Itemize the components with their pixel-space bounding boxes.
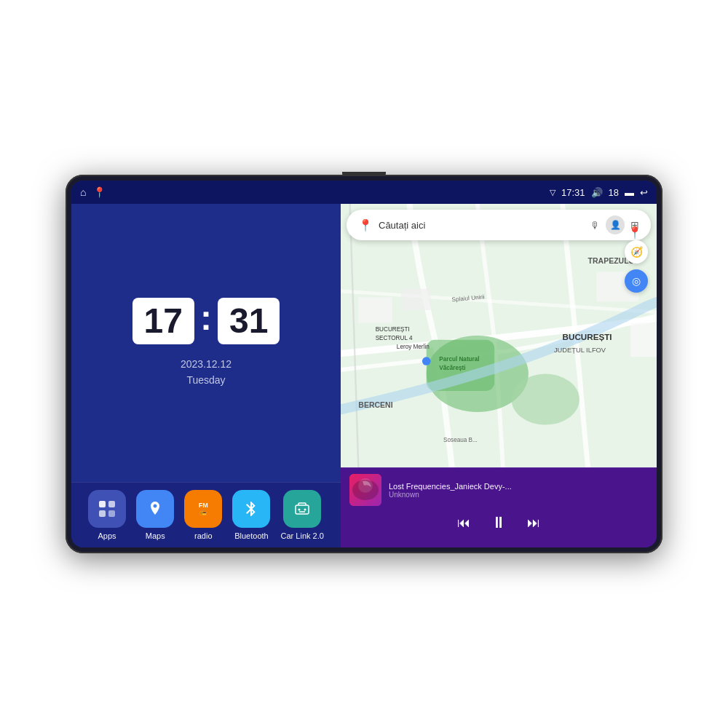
clock-area: 17 : 31 2023.12.12 Tuesday	[71, 204, 341, 482]
main-content: 17 : 31 2023.12.12 Tuesday	[71, 204, 657, 547]
app-label-maps: Maps	[146, 531, 165, 540]
car-display-device: ⌂ 📍 ▽ 17:31 🔊 18 ▬ ↩ 17	[66, 175, 662, 553]
gps-icon: ▽	[550, 188, 555, 197]
music-next-button[interactable]: ⏭	[527, 515, 540, 531]
app-item-bluetooth[interactable]: Bluetooth	[232, 490, 270, 540]
battery-icon: ▬	[625, 187, 634, 198]
app-icon-carlink	[283, 490, 321, 528]
svg-text:Parcul Natural: Parcul Natural	[439, 356, 479, 363]
mic-icon[interactable]: 🎙	[590, 220, 600, 231]
music-thumbnail	[349, 474, 381, 506]
right-panel: TRAPEZULUI BUCUREȘTI JUDEȚUL ILFOV BERCE…	[341, 204, 657, 547]
left-panel: 17 : 31 2023.12.12 Tuesday	[71, 204, 341, 547]
music-prev-button[interactable]: ⏮	[457, 515, 470, 531]
music-play-pause-button[interactable]: ⏸	[491, 513, 507, 532]
clock-day: Tuesday	[181, 372, 232, 388]
app-item-radio[interactable]: FM 📻 radio	[184, 490, 222, 540]
svg-rect-14	[630, 323, 657, 357]
map-search-text[interactable]: Căutați aici	[379, 220, 585, 231]
svg-point-27	[422, 357, 431, 365]
music-player: Lost Frequencies_Janieck Devy-... Unknow…	[341, 467, 657, 547]
svg-text:Văcărești: Văcărești	[439, 365, 465, 371]
svg-rect-2	[99, 510, 106, 517]
map-search-bar[interactable]: 📍 Căutați aici 🎙 👤 ⊞	[347, 210, 651, 240]
music-text: Lost Frequencies_Janieck Devy-... Unknow…	[389, 482, 648, 499]
svg-text:BUCUREȘTI: BUCUREȘTI	[563, 332, 612, 341]
volume-icon: 🔊	[591, 187, 603, 198]
svg-rect-12	[401, 289, 431, 310]
battery-level: 18	[609, 187, 619, 198]
map-background: TRAPEZULUI BUCUREȘTI JUDEȚUL ILFOV BERCE…	[341, 204, 657, 467]
svg-rect-4	[296, 505, 309, 514]
music-controls: ⏮ ⏸ ⏭	[349, 513, 648, 532]
svg-text:SECTORUL 4: SECTORUL 4	[376, 335, 413, 341]
app-icon-apps	[88, 490, 126, 528]
clock-date-value: 2023.12.12	[181, 356, 232, 372]
location-pin-icon[interactable]: 📍	[93, 186, 106, 198]
clock-hours: 17	[144, 301, 183, 340]
svg-text:BUCUREȘTI: BUCUREȘTI	[376, 326, 410, 333]
home-icon[interactable]: ⌂	[80, 186, 86, 198]
svg-point-6	[304, 509, 306, 511]
clock-colon: :	[200, 301, 212, 336]
status-right-info: ▽ 17:31 🔊 18 ▬ ↩	[550, 187, 648, 198]
music-artist: Unknown	[389, 491, 648, 499]
clock-minutes-block: 31	[218, 298, 280, 344]
svg-rect-11	[358, 297, 392, 323]
status-time: 17:31	[561, 187, 585, 198]
svg-rect-3	[108, 510, 115, 517]
status-left-icons: ⌂ 📍	[80, 186, 106, 198]
clock-minutes: 31	[229, 301, 268, 340]
music-title: Lost Frequencies_Janieck Devy-...	[389, 482, 648, 491]
app-item-carlink[interactable]: Car Link 2.0	[281, 490, 324, 540]
device-screen: ⌂ 📍 ▽ 17:31 🔊 18 ▬ ↩ 17	[71, 181, 657, 547]
map-red-marker: 📍	[628, 226, 642, 240]
music-info: Lost Frequencies_Janieck Devy-... Unknow…	[349, 474, 648, 506]
back-icon[interactable]: ↩	[640, 187, 648, 198]
app-label-radio: radio	[194, 531, 212, 540]
app-icon-bluetooth	[232, 490, 270, 528]
clock-display: 17 : 31	[132, 298, 280, 344]
svg-point-9	[512, 374, 579, 425]
map-logo-icon: 📍	[358, 218, 373, 232]
app-icon-maps	[136, 490, 174, 528]
svg-rect-1	[108, 501, 115, 507]
svg-text:BERCENI: BERCENI	[358, 400, 392, 409]
app-icon-radio: FM 📻	[184, 490, 222, 528]
device-camera	[342, 172, 386, 176]
status-bar: ⌂ 📍 ▽ 17:31 🔊 18 ▬ ↩	[71, 181, 657, 204]
app-item-apps[interactable]: Apps	[88, 490, 126, 540]
svg-point-5	[298, 509, 301, 511]
svg-rect-0	[99, 501, 106, 507]
svg-text:JUDEȚUL ILFOV: JUDEȚUL ILFOV	[554, 347, 606, 354]
apps-area: Apps Maps FM 📻	[71, 482, 341, 547]
svg-text:Soseaua B...: Soseaua B...	[443, 437, 478, 443]
map-container[interactable]: TRAPEZULUI BUCUREȘTI JUDEȚUL ILFOV BERCE…	[341, 204, 657, 467]
user-avatar[interactable]: 👤	[606, 215, 625, 234]
svg-text:Leroy Merlin: Leroy Merlin	[397, 344, 430, 350]
app-item-maps[interactable]: Maps	[136, 490, 174, 540]
app-label-apps: Apps	[98, 531, 116, 540]
app-label-bluetooth: Bluetooth	[234, 531, 268, 540]
clock-hours-block: 17	[132, 298, 194, 344]
map-compass[interactable]: 🧭	[625, 240, 648, 264]
clock-date: 2023.12.12 Tuesday	[181, 356, 232, 389]
map-location-button[interactable]: ◎	[625, 269, 648, 293]
app-label-carlink: Car Link 2.0	[281, 531, 324, 540]
